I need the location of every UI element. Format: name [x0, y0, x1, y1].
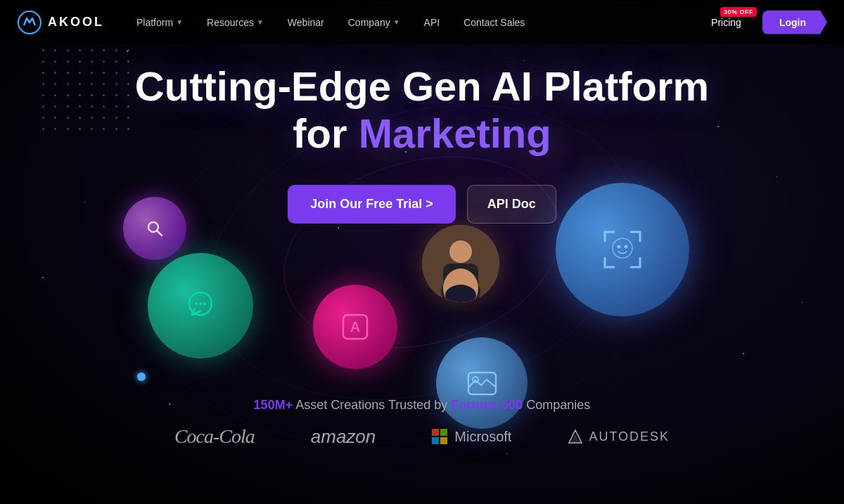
resources-chevron: ▼: [257, 18, 264, 26]
cta-row: Join Our Free Trial > API Doc: [288, 185, 556, 224]
amazon-logo: amazon: [311, 426, 376, 448]
platform-chevron: ▼: [176, 18, 183, 26]
trust-text: 150M+ Asset Creations Trusted by Fortune…: [0, 398, 844, 413]
logo-text: AKOOL: [48, 15, 104, 30]
pricing-badge: 30% OFF: [720, 7, 757, 17]
nav-platform[interactable]: Platform ▼: [127, 11, 193, 34]
login-button[interactable]: Login: [762, 11, 827, 34]
company-chevron: ▼: [393, 18, 400, 26]
hero-title: Cutting-Edge Gen AI Platform for Marketi…: [135, 63, 709, 157]
nav-resources[interactable]: Resources ▼: [197, 11, 274, 34]
nav-webinar[interactable]: Webinar: [278, 11, 334, 34]
autodesk-icon: [568, 429, 583, 444]
microsoft-grid-icon: [432, 429, 447, 444]
trust-section: 150M+ Asset Creations Trusted by Fortune…: [0, 398, 844, 448]
nav-right: 30% OFF Pricing Login: [698, 11, 827, 34]
trust-logos: Coca-Cola amazon Microsoft AUTODESK: [0, 425, 844, 448]
logo[interactable]: AKOOL: [17, 10, 104, 35]
pricing-button[interactable]: 30% OFF Pricing: [698, 11, 754, 34]
nav-company[interactable]: Company ▼: [338, 11, 410, 34]
akool-logo-icon: [17, 10, 42, 35]
trial-button[interactable]: Join Our Free Trial >: [288, 185, 456, 224]
nav-contact-sales[interactable]: Contact Sales: [454, 11, 535, 34]
navbar: AKOOL Platform ▼ Resources ▼ Webinar Com…: [0, 0, 844, 44]
api-doc-button[interactable]: API Doc: [467, 185, 556, 224]
nav-api[interactable]: API: [414, 11, 450, 34]
cocacola-logo: Coca-Cola: [174, 425, 255, 448]
nav-items: Platform ▼ Resources ▼ Webinar Company ▼…: [127, 11, 698, 34]
autodesk-logo: AUTODESK: [568, 429, 670, 444]
microsoft-logo: Microsoft: [432, 429, 511, 445]
